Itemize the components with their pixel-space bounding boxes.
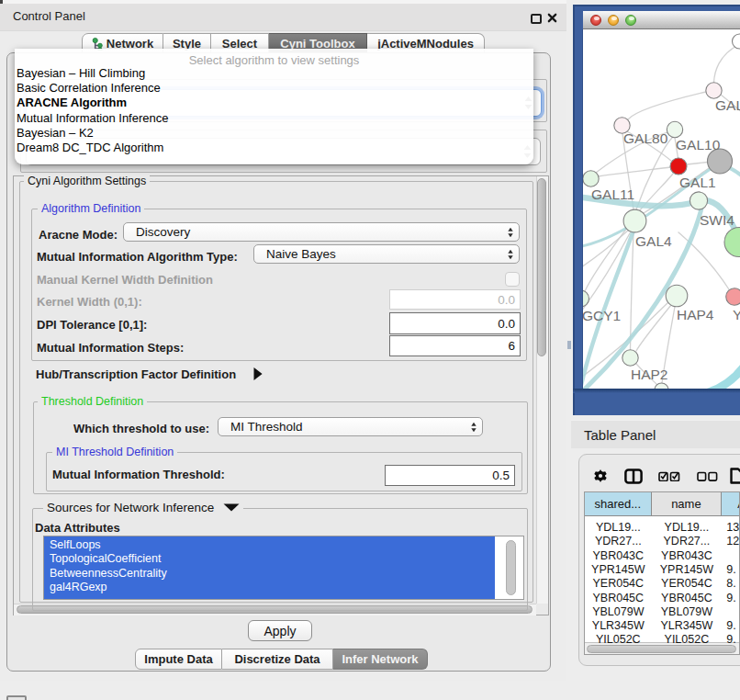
apply-button[interactable]: Apply bbox=[248, 620, 312, 641]
mi-steps-field[interactable]: 6 bbox=[389, 335, 521, 356]
table-cell[interactable]: YBL079W bbox=[652, 604, 723, 619]
attribute-item[interactable]: TopologicalCoefficient bbox=[50, 552, 161, 565]
table-cell[interactable]: 13 bbox=[722, 520, 740, 535]
expand-arrow-icon[interactable] bbox=[252, 367, 263, 381]
updown-arrows-icon bbox=[508, 249, 513, 259]
bottom-tab-impute-data[interactable]: Impute Data bbox=[135, 649, 222, 670]
network-node[interactable] bbox=[666, 285, 688, 307]
network-edge bbox=[631, 232, 634, 349]
table-cell[interactable]: 12 bbox=[722, 534, 740, 548]
node-label: HAP4 bbox=[677, 307, 714, 322]
network-graph: GAL7GAL80GAL10GAL1GAL11SWI4GAL4GCY1HAP4Y… bbox=[583, 29, 740, 389]
which-threshold-label: Which threshold to use: bbox=[73, 422, 209, 435]
network-node[interactable] bbox=[583, 290, 589, 307]
table-cell[interactable]: YPR145W bbox=[585, 562, 652, 577]
table-cell[interactable]: YBR043C bbox=[585, 548, 652, 563]
table-cell[interactable]: YBR045C bbox=[585, 591, 652, 605]
network-node[interactable] bbox=[690, 192, 707, 209]
network-node[interactable] bbox=[724, 228, 740, 257]
algorithm-prompt: Select algorithm to view settings bbox=[15, 53, 533, 67]
minimize-light[interactable] bbox=[608, 15, 619, 26]
table-cell[interactable]: YDR27... bbox=[585, 534, 652, 548]
bottom-tab-discretize-data[interactable]: Discretize Data bbox=[222, 649, 333, 670]
node-table[interactable]: shared...nameAYDL19...YDL19...13YDR27...… bbox=[584, 491, 740, 655]
zoom-light[interactable] bbox=[625, 15, 636, 26]
table-cell[interactable]: YER054C bbox=[585, 576, 652, 591]
table-cell[interactable]: YER054C bbox=[652, 576, 723, 591]
table-cell[interactable]: YDR27... bbox=[652, 534, 723, 548]
network-node[interactable] bbox=[623, 209, 646, 232]
column-header-3[interactable]: A bbox=[722, 492, 740, 516]
bottom-left-mini-button[interactable] bbox=[6, 695, 27, 700]
table-cell[interactable]: YBR043C bbox=[652, 548, 723, 563]
table-cell[interactable]: 9. bbox=[722, 632, 740, 647]
node-label: GAL11 bbox=[591, 186, 634, 202]
collapse-arrow-icon[interactable] bbox=[223, 503, 240, 512]
algorithm-option[interactable]: Bayesian – K2 bbox=[17, 126, 94, 140]
deselect-all-button[interactable] bbox=[697, 471, 718, 481]
mi-type-label: Mutual Information Algorithm Type: bbox=[37, 250, 238, 264]
toggle-columns-button[interactable] bbox=[624, 469, 643, 484]
table-cell[interactable]: 8. bbox=[722, 576, 740, 591]
splitter-handle[interactable] bbox=[567, 341, 571, 349]
table-cell[interactable]: YIL052C bbox=[652, 632, 723, 647]
attribute-item[interactable]: BetweennessCentrality bbox=[50, 567, 167, 580]
network-node[interactable] bbox=[708, 149, 733, 174]
select-all-icon bbox=[658, 471, 680, 481]
algorithm-option[interactable]: Basic Correlation Inference bbox=[17, 81, 161, 95]
mi-threshold-field[interactable]: 0.5 bbox=[385, 465, 515, 486]
algorithm-option[interactable]: Bayesian – Hill Climbing bbox=[17, 66, 145, 80]
select-all-button[interactable] bbox=[658, 471, 680, 481]
attribute-item[interactable]: SelfLoops bbox=[50, 538, 101, 551]
network-node[interactable] bbox=[706, 83, 722, 98]
aracne-mode-combobox[interactable]: Discovery bbox=[123, 222, 520, 242]
table-settings-button[interactable] bbox=[593, 469, 608, 483]
table-cell[interactable]: YDL19... bbox=[585, 520, 652, 535]
table-cell[interactable]: YLR345W bbox=[585, 618, 652, 633]
table-cell[interactable]: 9. bbox=[722, 618, 740, 633]
split-columns-icon bbox=[624, 469, 643, 484]
settings-vertical-scrollbar-thumb[interactable] bbox=[537, 178, 546, 356]
table-cell[interactable]: 9. bbox=[722, 591, 740, 605]
network-node[interactable] bbox=[622, 350, 638, 366]
bottom-tab-infer-network[interactable]: Infer Network bbox=[333, 649, 428, 670]
mi-type-combobox[interactable]: Naive Bayes bbox=[253, 244, 520, 264]
data-attributes-list[interactable]: SelfLoopsTopologicalCoefficientBetweenne… bbox=[43, 536, 524, 600]
network-node[interactable] bbox=[726, 288, 740, 306]
close-panel-button[interactable] bbox=[547, 13, 557, 23]
data-attributes-label: Data Attributes bbox=[35, 521, 120, 535]
light-gloss bbox=[629, 17, 634, 20]
network-node[interactable] bbox=[733, 34, 740, 49]
kernel-width-field[interactable]: 0.0 bbox=[389, 289, 521, 310]
close-light[interactable] bbox=[590, 15, 601, 26]
network-window-titlebar[interactable] bbox=[583, 11, 740, 29]
column-header-2[interactable]: name bbox=[652, 492, 723, 516]
table-cell[interactable]: 9. bbox=[722, 562, 740, 577]
network-canvas[interactable]: GAL7GAL80GAL10GAL1GAL11SWI4GAL4GCY1HAP4Y… bbox=[583, 29, 740, 389]
algorithm-option[interactable]: ARACNE Algorithm bbox=[17, 96, 127, 109]
float-panel-button[interactable] bbox=[531, 14, 542, 24]
network-node[interactable] bbox=[670, 158, 687, 175]
column-header-1[interactable]: shared... bbox=[585, 492, 652, 516]
manual-kernel-checkbox[interactable] bbox=[505, 272, 520, 287]
new-document-button[interactable] bbox=[730, 467, 740, 485]
selected-attributes-block: SelfLoopsTopologicalCoefficientBetweenne… bbox=[44, 536, 495, 600]
network-window-left-edge bbox=[573, 5, 575, 415]
table-cell[interactable]: YBL079W bbox=[585, 604, 652, 619]
table-cell[interactable]: YBR045C bbox=[652, 591, 723, 605]
algorithm-option[interactable]: Mutual Information Inference bbox=[17, 111, 168, 125]
which-threshold-combobox[interactable]: MI Threshold bbox=[218, 417, 483, 436]
network-node[interactable] bbox=[667, 121, 682, 137]
algorithm-definition-title: Algorithm Definition bbox=[38, 202, 144, 215]
network-canvas-left-edge bbox=[582, 29, 583, 389]
table-cell[interactable]: YLR345W bbox=[652, 618, 723, 633]
table-cell[interactable]: YDL19... bbox=[652, 520, 723, 535]
dpi-tolerance-field[interactable]: 0.0 bbox=[389, 312, 521, 334]
algorithm-option[interactable]: Dream8 DC_TDC Algorithm bbox=[17, 141, 163, 154]
attribute-item[interactable]: gal4RGexp bbox=[50, 581, 107, 593]
table-cell[interactable]: YIL052C bbox=[585, 632, 652, 647]
attributes-scrollbar-thumb[interactable] bbox=[506, 540, 516, 595]
control-panel-title: Control Panel bbox=[13, 9, 85, 23]
network-node[interactable] bbox=[583, 171, 599, 186]
table-cell[interactable]: YPR145W bbox=[652, 562, 723, 577]
